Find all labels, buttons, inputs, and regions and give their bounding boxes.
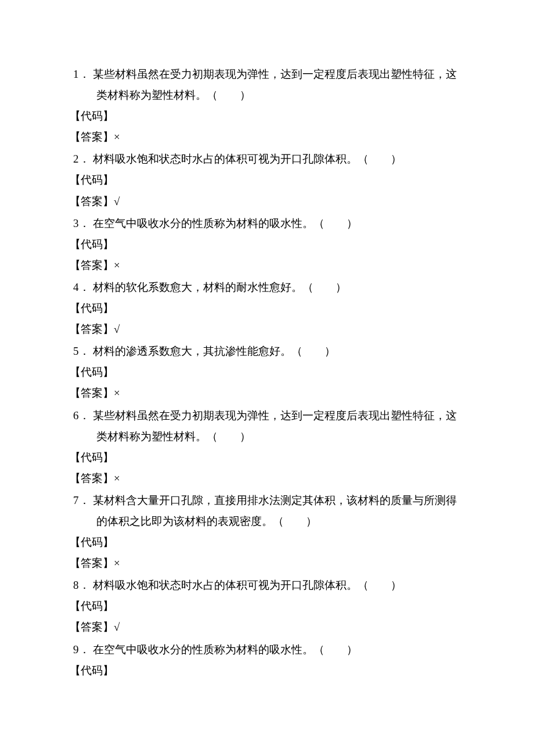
question-text: 材料吸水饱和状态时水占的体积可视为开口孔隙体积。（ ）: [93, 575, 464, 596]
answer-value: ×: [114, 131, 120, 143]
question-block: 2．材料吸水饱和状态时水占的体积可视为开口孔隙体积。（ ）【代码】【答案】√: [70, 149, 464, 211]
question-line: 4．材料的软化系数愈大，材料的耐水性愈好。（ ）: [70, 277, 464, 298]
answer-value: √: [114, 323, 120, 335]
code-label: 【代码】: [70, 234, 464, 255]
question-number: 6．: [70, 405, 93, 426]
code-label: 【代码】: [70, 298, 464, 319]
code-label: 【代码】: [70, 532, 464, 553]
question-block: 1．某些材料虽然在受力初期表现为弹性，达到一定程度后表现出塑性特征，这类材料称为…: [70, 64, 464, 147]
code-label: 【代码】: [70, 170, 464, 190]
code-label: 【代码】: [70, 362, 464, 383]
question-line: 8．材料吸水饱和状态时水占的体积可视为开口孔隙体积。（ ）: [70, 575, 464, 596]
question-number: 4．: [70, 277, 93, 298]
question-text: 在空气中吸收水分的性质称为材料的吸水性。（ ）: [93, 213, 464, 234]
question-number: 3．: [70, 213, 93, 234]
question-text: 某材料含大量开口孔隙，直接用排水法测定其体积，该材料的质量与所测得: [93, 490, 464, 511]
answer-prefix: 【答案】: [70, 621, 114, 633]
question-block: 8．材料吸水饱和状态时水占的体积可视为开口孔隙体积。（ ）【代码】【答案】√: [70, 575, 464, 638]
answer-value: ×: [114, 472, 120, 484]
answer-line: 【答案】√: [70, 191, 464, 212]
answer-prefix: 【答案】: [70, 387, 114, 399]
question-continuation: 的体积之比即为该材料的表观密度。（ ）: [70, 511, 464, 532]
question-continuation: 类材料称为塑性材料。（ ）: [70, 426, 464, 447]
answer-line: 【答案】×: [70, 468, 464, 489]
question-text: 某些材料虽然在受力初期表现为弹性，达到一定程度后表现出塑性特征，这: [93, 405, 464, 426]
question-block: 5．材料的渗透系数愈大，其抗渗性能愈好。（ ）【代码】【答案】×: [70, 341, 464, 404]
question-line: 1．某些材料虽然在受力初期表现为弹性，达到一定程度后表现出塑性特征，这: [70, 64, 464, 85]
question-text: 材料的软化系数愈大，材料的耐水性愈好。（ ）: [93, 277, 464, 298]
answer-prefix: 【答案】: [70, 557, 114, 569]
question-block: 7．某材料含大量开口孔隙，直接用排水法测定其体积，该材料的质量与所测得的体积之比…: [70, 490, 464, 574]
question-number: 7．: [70, 490, 93, 511]
answer-prefix: 【答案】: [70, 323, 114, 335]
answer-line: 【答案】×: [70, 255, 464, 276]
code-label: 【代码】: [70, 596, 464, 617]
code-label: 【代码】: [70, 660, 464, 681]
question-line: 6．某些材料虽然在受力初期表现为弹性，达到一定程度后表现出塑性特征，这: [70, 405, 464, 426]
question-number: 1．: [70, 64, 93, 85]
question-number: 2．: [70, 149, 93, 170]
question-text: 在空气中吸收水分的性质称为材料的吸水性。（ ）: [93, 639, 464, 660]
question-text: 材料的渗透系数愈大，其抗渗性能愈好。（ ）: [93, 341, 464, 362]
answer-prefix: 【答案】: [70, 472, 114, 484]
question-line: 3．在空气中吸收水分的性质称为材料的吸水性。（ ）: [70, 213, 464, 234]
answer-line: 【答案】×: [70, 383, 464, 404]
question-text: 材料吸水饱和状态时水占的体积可视为开口孔隙体积。（ ）: [93, 149, 464, 170]
question-number: 8．: [70, 575, 93, 596]
answer-prefix: 【答案】: [70, 131, 114, 143]
question-line: 2．材料吸水饱和状态时水占的体积可视为开口孔隙体积。（ ）: [70, 149, 464, 170]
question-line: 5．材料的渗透系数愈大，其抗渗性能愈好。（ ）: [70, 341, 464, 362]
question-line: 9．在空气中吸收水分的性质称为材料的吸水性。（ ）: [70, 639, 464, 660]
code-label: 【代码】: [70, 106, 464, 127]
answer-value: √: [114, 195, 120, 207]
question-block: 6．某些材料虽然在受力初期表现为弹性，达到一定程度后表现出塑性特征，这类材料称为…: [70, 405, 464, 489]
question-block: 4．材料的软化系数愈大，材料的耐水性愈好。（ ）【代码】【答案】√: [70, 277, 464, 340]
question-number: 9．: [70, 639, 93, 660]
answer-line: 【答案】×: [70, 127, 464, 147]
answer-value: ×: [114, 259, 120, 271]
question-block: 3．在空气中吸收水分的性质称为材料的吸水性。（ ）【代码】【答案】×: [70, 213, 464, 276]
answer-value: ×: [114, 557, 120, 569]
answer-value: ×: [114, 387, 120, 399]
question-number: 5．: [70, 341, 93, 362]
answer-prefix: 【答案】: [70, 259, 114, 271]
code-label: 【代码】: [70, 447, 464, 468]
question-line: 7．某材料含大量开口孔隙，直接用排水法测定其体积，该材料的质量与所测得: [70, 490, 464, 511]
answer-line: 【答案】√: [70, 617, 464, 638]
answer-prefix: 【答案】: [70, 195, 114, 207]
question-block: 9．在空气中吸收水分的性质称为材料的吸水性。（ ）【代码】: [70, 639, 464, 681]
answer-value: √: [114, 621, 120, 633]
answer-line: 【答案】×: [70, 553, 464, 574]
question-text: 某些材料虽然在受力初期表现为弹性，达到一定程度后表现出塑性特征，这: [93, 64, 464, 85]
question-continuation: 类材料称为塑性材料。（ ）: [70, 85, 464, 106]
answer-line: 【答案】√: [70, 319, 464, 340]
